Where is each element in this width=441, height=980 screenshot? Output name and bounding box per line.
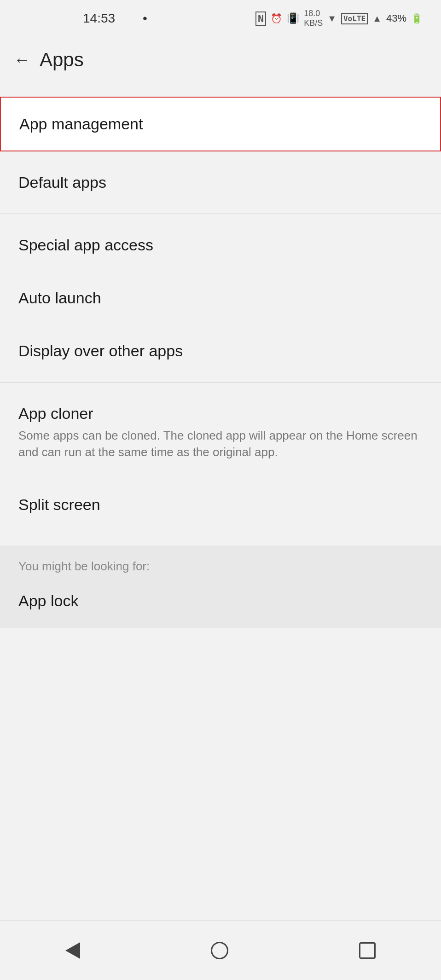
nav-bar — [0, 920, 441, 980]
status-time: 14:53 — [83, 11, 115, 26]
volte-icon: VoLTE — [341, 13, 368, 24]
divider-3 — [0, 536, 441, 536]
nav-recent-button[interactable] — [359, 942, 376, 959]
menu-item-display-over-other-apps[interactable]: Display over other apps — [0, 325, 441, 377]
signal-icon: ▲ — [372, 13, 382, 24]
battery-icon: 🔋 — [411, 13, 423, 24]
status-icons: N ⏰ 📳 18.0KB/S ▼ VoLTE ▲ 43% 🔋 — [255, 9, 423, 28]
menu-item-app-cloner[interactable]: App cloner Some apps can be cloned. The … — [0, 387, 441, 478]
app-management-label: App management — [19, 115, 143, 133]
nav-back-button[interactable] — [65, 942, 80, 959]
suggestions-label: You might be looking for: — [18, 559, 423, 574]
back-button[interactable]: ← — [14, 50, 30, 70]
default-apps-label: Default apps — [18, 174, 106, 191]
split-screen-label: Split screen — [18, 496, 100, 513]
app-cloner-label: App cloner — [18, 405, 93, 422]
vibrate-icon: 📳 — [287, 12, 299, 24]
divider-1 — [0, 214, 441, 214]
nfc-icon: N — [255, 12, 266, 26]
suggestions-section: You might be looking for: App lock — [0, 545, 441, 628]
menu-item-default-apps[interactable]: Default apps — [0, 156, 441, 209]
content-area: App management Default apps Special app … — [0, 83, 441, 638]
app-cloner-subtext: Some apps can be cloned. The cloned app … — [18, 427, 423, 461]
status-bar: 14:53 • N ⏰ 📳 18.0KB/S ▼ VoLTE ▲ 43% 🔋 — [0, 0, 441, 37]
suggestion-item-app-lock[interactable]: App lock — [18, 583, 423, 619]
status-dot: • — [143, 11, 147, 26]
menu-item-special-app-access[interactable]: Special app access — [0, 219, 441, 272]
special-app-access-label: Special app access — [18, 236, 153, 254]
display-over-other-apps-label: Display over other apps — [18, 342, 183, 360]
page-title: Apps — [40, 49, 84, 71]
header: ← Apps — [0, 37, 441, 83]
battery-text: 43% — [386, 12, 406, 24]
wifi-icon: ▼ — [327, 13, 337, 24]
auto-launch-label: Auto launch — [18, 289, 101, 307]
menu-item-app-management[interactable]: App management — [0, 97, 441, 151]
nav-home-button[interactable] — [211, 942, 228, 959]
app-lock-label: App lock — [18, 592, 78, 609]
menu-item-split-screen[interactable]: Split screen — [0, 478, 441, 531]
menu-item-auto-launch[interactable]: Auto launch — [0, 272, 441, 325]
alarm-icon: ⏰ — [271, 13, 282, 24]
divider-2 — [0, 382, 441, 383]
data-speed-icon: 18.0KB/S — [304, 9, 323, 28]
